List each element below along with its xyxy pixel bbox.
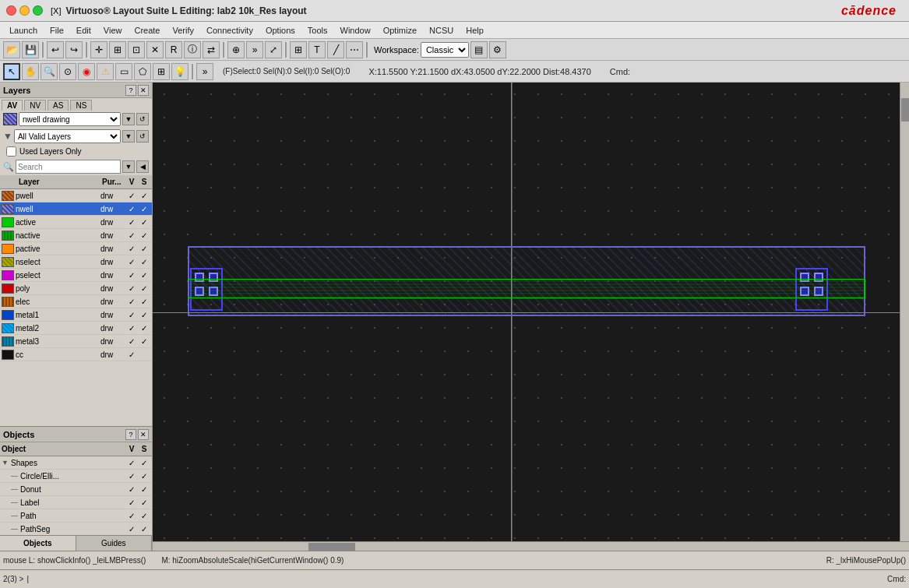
light-button[interactable]: 💡 (171, 63, 188, 80)
workspace-select[interactable]: Classic (421, 42, 469, 58)
highlight-button[interactable]: ◉ (78, 63, 95, 80)
layer-row-poly[interactable]: poly drw ✓ ✓ (0, 282, 152, 295)
tab-as[interactable]: AS (48, 100, 69, 111)
used-layers-checkbox[interactable] (6, 146, 16, 157)
layer-row-metal3[interactable]: metal3 drw ✓ ✓ (0, 335, 152, 348)
workspace-btn1[interactable]: ▤ (470, 41, 488, 58)
filter-arrow[interactable]: ▼ (122, 130, 135, 143)
save-button[interactable]: 💾 (22, 41, 39, 58)
undo-button[interactable]: ↩ (47, 41, 64, 58)
move-button[interactable]: ✛ (90, 41, 107, 58)
layer-cycle-btn[interactable]: ↺ (136, 113, 149, 125)
layer-row-pwell[interactable]: pwell drw ✓ ✓ (0, 189, 152, 202)
menu-file[interactable]: File (44, 24, 70, 37)
layers-help-btn[interactable]: ? (125, 85, 136, 96)
v-scrollbar[interactable] (900, 83, 909, 541)
layer-s-pactive: ✓ (138, 245, 150, 253)
open-button[interactable]: 📂 (3, 41, 20, 58)
text-button[interactable]: T (308, 41, 326, 58)
cmd-label: Cmd: (887, 575, 906, 583)
snap-button[interactable]: ⊞ (290, 41, 307, 58)
layer-row-nwell[interactable]: nwell drw ✓ ✓ (0, 202, 152, 216)
close-button[interactable] (6, 5, 16, 16)
search-options[interactable]: ◀ (136, 160, 149, 173)
obj-row-Donut[interactable]: — Donut ✓ ✓ (0, 483, 152, 496)
layer-row-metal1[interactable]: metal1 drw ✓ ✓ (0, 308, 152, 322)
menu-connectivity[interactable]: Connectivity (200, 24, 259, 37)
obj-indent-2: — Donut (2, 485, 125, 494)
zoom-in-button[interactable]: ⊕ (227, 41, 245, 58)
obj-row-PathSeg[interactable]: — PathSeg ✓ ✓ (0, 523, 152, 535)
menu-optimize[interactable]: Optimize (377, 24, 423, 37)
layer-row-pselect[interactable]: pselect drw ✓ ✓ (0, 269, 152, 282)
canvas-with-vscroll (153, 83, 909, 541)
menu-help[interactable]: Help (460, 24, 490, 37)
snap2-button[interactable]: ⊞ (153, 63, 170, 80)
zoom-more-button[interactable]: » (246, 41, 263, 58)
obj-row-Label[interactable]: — Label ✓ ✓ (0, 496, 152, 509)
line-button[interactable]: ╱ (327, 41, 344, 58)
select-tool-button[interactable]: ↖ (3, 63, 20, 80)
copy-button[interactable]: ⊞ (109, 41, 126, 58)
menu-view[interactable]: View (97, 24, 129, 37)
filter-btn2[interactable]: ↺ (136, 130, 149, 143)
maximize-button[interactable] (33, 5, 43, 16)
more2-button[interactable]: » (196, 63, 213, 80)
rect-button[interactable]: ▭ (115, 63, 132, 80)
menu-edit[interactable]: Edit (70, 24, 97, 37)
menu-create[interactable]: Create (128, 24, 166, 37)
obj-row-Path[interactable]: — Path ✓ ✓ (0, 509, 152, 523)
menu-verify[interactable]: Verify (166, 24, 200, 37)
ruler-button[interactable]: R (165, 41, 182, 58)
info-button[interactable]: ⓘ (184, 41, 201, 58)
pan-button[interactable]: ✋ (22, 63, 39, 80)
delete-button[interactable]: ✕ (146, 41, 164, 58)
layer-row-pactive[interactable]: pactive drw ✓ ✓ (0, 242, 152, 255)
layer-row-elec[interactable]: elec drw ✓ ✓ (0, 295, 152, 308)
zoom-select-button[interactable]: 🔍 (41, 63, 58, 80)
menu-ncsu[interactable]: NCSU (423, 24, 460, 37)
current-layer-select[interactable]: nwell drawing (19, 112, 121, 126)
h-scrollbar[interactable] (153, 541, 909, 551)
objects-close-btn[interactable]: ✕ (138, 429, 149, 440)
stretch-button[interactable]: ⊡ (128, 41, 145, 58)
minimize-button[interactable] (19, 5, 30, 16)
menu-window[interactable]: Window (334, 24, 377, 37)
tab-objects[interactable]: Objects (0, 536, 76, 551)
redo-button[interactable]: ↪ (65, 41, 83, 58)
warning-button[interactable]: ⚠ (97, 63, 114, 80)
poly-button[interactable]: ⬠ (134, 63, 151, 80)
search-input[interactable] (16, 160, 121, 174)
tab-ns[interactable]: NS (70, 100, 92, 111)
menu-options[interactable]: Options (259, 24, 301, 37)
menu-tools[interactable]: Tools (301, 24, 334, 37)
obj-v-4: ✓ (125, 512, 138, 520)
tab-nv[interactable]: NV (24, 100, 46, 111)
layer-row-active[interactable]: active drw ✓ ✓ (0, 216, 152, 229)
probe-button[interactable]: ⊙ (59, 63, 76, 80)
layer-row-nactive[interactable]: nactive drw ✓ ✓ (0, 229, 152, 242)
search-dropdown[interactable]: ▼ (122, 160, 135, 173)
obj-row-Shapes[interactable]: ▼ Shapes ✓ ✓ (0, 456, 152, 470)
layer-row-cc[interactable]: cc drw ✓ (0, 348, 152, 361)
layer-row-nselect[interactable]: nselect drw ✓ ✓ (0, 255, 152, 269)
active-rect (188, 279, 865, 298)
fit-button[interactable]: ⤢ (265, 41, 282, 58)
obj-row-Circle/Elli...[interactable]: — Circle/Elli... ✓ ✓ (0, 470, 152, 483)
objects-help-btn[interactable]: ? (125, 429, 136, 440)
tab-av[interactable]: AV (2, 100, 23, 111)
canvas-area[interactable] (153, 83, 900, 541)
layer-row-metal2[interactable]: metal2 drw ✓ ✓ (0, 322, 152, 335)
obj-expand-0: ▼ (2, 459, 11, 467)
col-pur-header: Pur... (100, 178, 125, 186)
flip-h-button[interactable]: ⇄ (203, 41, 220, 58)
more-button[interactable]: ⋯ (346, 41, 363, 58)
h-scroll-thumb[interactable] (308, 543, 355, 551)
filter-select[interactable]: All Valid Layers (14, 129, 121, 143)
workspace-btn2[interactable]: ⚙ (489, 41, 506, 58)
menu-launch[interactable]: Launch (3, 24, 44, 37)
v-scroll-thumb[interactable] (901, 98, 909, 121)
layer-dropdown-arrow[interactable]: ▼ (122, 113, 135, 125)
tab-guides[interactable]: Guides (76, 536, 153, 551)
layers-close-btn[interactable]: ✕ (138, 85, 149, 96)
